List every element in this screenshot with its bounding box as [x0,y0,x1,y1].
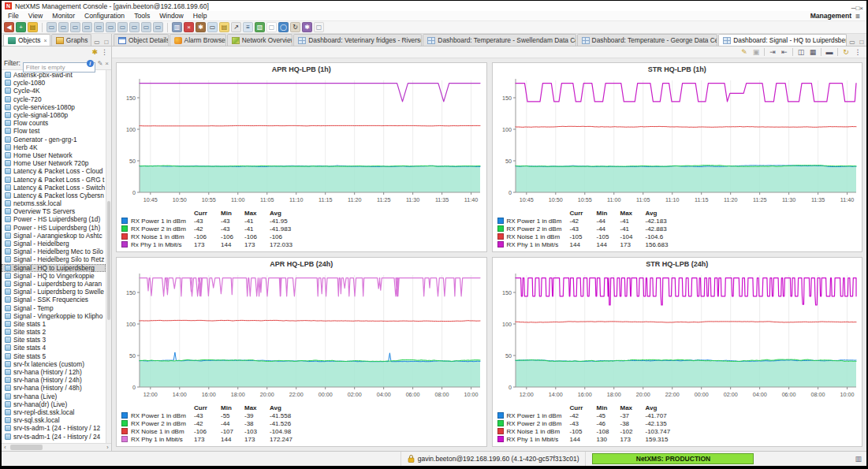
view-minimize-icon[interactable]: ▭ [848,39,857,46]
objects-menu-kebab-icon[interactable]: ⋮ [101,48,108,56]
hscroll-track[interactable] [9,444,104,451]
view-maximize-icon[interactable]: □ [102,39,111,46]
tree-item[interactable]: srv-hana (History / 48h) [2,384,106,392]
tree-item[interactable]: Site stats 3 [2,336,106,344]
tree-item[interactable]: Site stats 2 [2,328,106,336]
menu-tools[interactable]: Tools [129,12,155,20]
open-dashboard-icon[interactable]: ▤ [28,22,38,32]
menu-configuration[interactable]: Configuration [80,12,129,20]
filter-input[interactable] [23,62,95,73]
tree-item[interactable]: Home User Network 720p [2,159,106,167]
tree-item[interactable]: Site stats 5 [2,352,106,360]
tree-item[interactable]: Site stats 4 [2,344,106,352]
hamburger-menu-icon[interactable]: ≡ [855,12,860,20]
view-minimize-icon[interactable]: ▭ [92,39,102,46]
menu-view[interactable]: View [24,12,47,20]
tree-item[interactable]: Signal - Aarangieskop to Ashtc [2,232,106,240]
tree-item[interactable]: Flow test [2,127,106,135]
tree-vscroll-thumb[interactable] [107,201,110,320]
tree-item[interactable]: Latency & Packet loss Cybersn [2,192,106,199]
globe-icon[interactable]: ◯ [278,22,289,32]
layout-icon[interactable]: ◫ [795,47,807,58]
graph-view-1-icon[interactable]: ▭ [47,22,57,32]
tree-item[interactable]: Overview TS Servers [2,207,106,215]
tab-dashboard-veterinary-fridges-riversdale[interactable]: Dashboard: Veterinary fridges - Riversda… [293,34,422,46]
tree-item[interactable]: Site stats 1 [2,320,106,328]
tree-item[interactable]: cycle-services-1080p [2,103,106,111]
tree-item[interactable]: Asterisk-pbx-swd-int [2,71,106,79]
tree-item[interactable]: Signal - Heidelberg [2,240,106,248]
tree-item[interactable]: srv-repl-dist.ssk.local [2,408,106,416]
filter-info-icon[interactable]: i [87,60,94,67]
graph-view-6-icon[interactable]: ▭ [106,22,116,32]
tree-item[interactable]: Latency & Packet Loss - Switch [2,184,106,192]
filter-edit-icon[interactable]: ✎ [98,60,103,67]
graph-view-4-icon[interactable]: ▭ [82,22,92,32]
tree-item[interactable]: Signal - Temp [2,303,106,311]
tree-item[interactable]: Power - HS Luiperdsberg (1d) [2,215,106,223]
tree-item[interactable]: Signal - Vingerkoppie to Klipho [2,312,106,320]
edit-dashboard-icon[interactable]: ✎ [739,47,750,58]
tree-item[interactable]: srv-hana (History / 24h) [2,376,106,384]
graph-view-2-icon[interactable]: ▭ [58,22,69,32]
graph-view-9-icon[interactable]: ▭ [141,22,151,32]
tree-item[interactable]: srv-sql.ssk.local [2,416,106,424]
fullscreen-icon[interactable]: ▬ [824,47,835,58]
graph-view-3-icon[interactable]: ▭ [70,22,80,32]
view-menu-kebab-icon[interactable]: ⋮ [852,47,863,58]
tab-dashboard-signal-hq-to-luiperdsberg[interactable]: Dashboard: Signal - HQ to Luiperdsberg× [718,34,847,46]
hscroll-thumb[interactable] [10,445,43,450]
tree-item[interactable]: Signal - Luiperdsberg to Swelle [2,288,106,296]
tree-item[interactable]: srv-ts-adm-1 (24 - History / 24 [2,432,106,440]
menu-help[interactable]: Help [188,12,212,20]
tab-network-overview[interactable]: Network Overview [227,34,293,46]
menu-file[interactable]: File [3,12,24,20]
tree-item[interactable]: Signal - SSK Frequencies [2,296,106,303]
tree-item[interactable]: srv-hana (History / 12h) [2,368,106,376]
tree-item[interactable]: Signal - HQ to Vingerkoppie [2,272,106,280]
graph-view-8-icon[interactable]: ▭ [129,22,140,32]
view-maximize-icon[interactable]: □ [857,39,866,46]
tab-close-icon[interactable]: × [43,38,47,43]
tree-item[interactable]: Power - HS Luiperdsberg (1h) [2,224,106,232]
tree-item[interactable]: Home User Network [2,151,106,159]
tree-item[interactable]: Herb 4K [2,143,106,151]
tree-item[interactable]: Signal - Luiperdsberg to Aaran [2,280,106,288]
tab-graphs[interactable]: Graphs [51,34,91,46]
graph-view-10-icon[interactable]: ▭ [153,22,163,32]
tree-item[interactable]: srv-ts-adm-1 (24 - History / 12 [2,424,106,432]
tree-item[interactable]: srv-hana(dr) (Live) [2,400,106,408]
tree-item[interactable]: Flow counts [2,119,106,127]
pages-icon[interactable]: ▤ [219,22,229,32]
menu-window[interactable]: Window [155,12,188,20]
new-page-icon[interactable]: ▢ [266,22,277,32]
alarm-sound-icon[interactable]: ◀ [4,22,14,32]
tree-item[interactable]: Generator - gen-grg-1 [2,136,106,143]
tab-object-details[interactable]: Object Details [114,34,169,46]
filter-clear-icon[interactable]: × [105,60,109,67]
object-browser-icon[interactable]: + [16,22,26,32]
tree-item[interactable]: Signal - Heidelberg Silo to Retz [2,255,106,263]
tab-alarm-browser[interactable]: Alarm Browser [170,34,226,46]
list-icon[interactable]: ≡ [243,22,253,32]
tab-dashboard-temperature-swellendam-data-center[interactable]: Dashboard: Temperature - Swellendam Data… [423,34,576,46]
chart-window-icon[interactable]: ▦ [807,47,818,58]
tree-item[interactable]: cycle-1080 [2,79,106,87]
tree-item[interactable]: Signal - HQ to Luiperdsberg [2,264,106,272]
delete-icon[interactable]: × [184,22,194,32]
graph-view-7-icon[interactable]: ▭ [117,22,128,32]
tree-item[interactable]: Signal - Heidelberg Mec to Silo [2,248,106,255]
tree-item[interactable]: cycle-signal-1080p [2,111,106,119]
config-icon[interactable]: ✱ [302,22,312,32]
tree-item[interactable]: netxms.ssk.local [2,199,106,207]
tree-item[interactable]: srv-fx latencies (custom) [2,360,106,368]
graph-view-5-icon[interactable]: ▭ [94,22,104,32]
menu-monitor[interactable]: Monitor [47,12,80,20]
tree-vertical-scrollbar[interactable] [106,70,111,443]
hscroll-right-arrow-icon[interactable]: › [104,445,111,450]
tools-icon[interactable]: ✱ [196,22,206,32]
pin-right-icon[interactable]: ⇥ [767,47,778,58]
tree-item[interactable]: Latency & Packet Loss - Cloud [2,167,106,175]
hscroll-left-arrow-icon[interactable]: ‹ [2,445,9,450]
help-doc-icon[interactable]: ▢ [314,22,324,32]
